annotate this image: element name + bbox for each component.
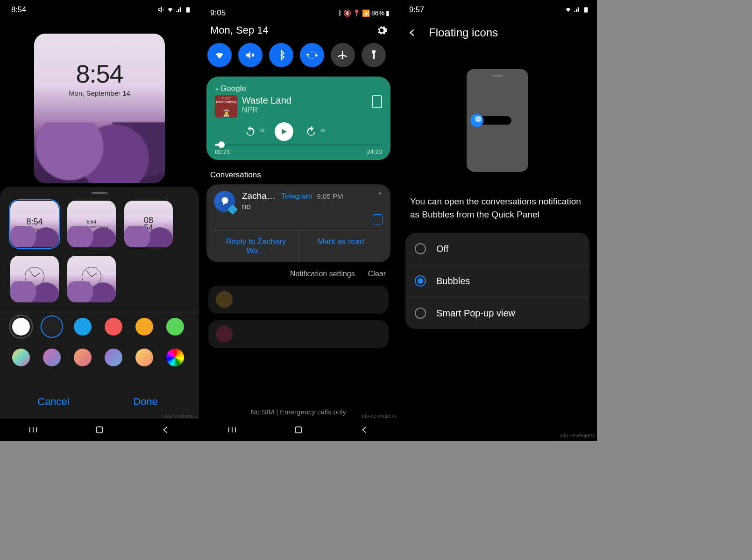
battery-icon bbox=[184, 6, 192, 13]
qs-bluetooth[interactable] bbox=[269, 43, 293, 67]
home-button[interactable] bbox=[94, 425, 105, 435]
media-artwork: n p r Planet Money 🧑‍🚀 bbox=[215, 95, 237, 118]
swatch-gradient-2[interactable] bbox=[43, 349, 61, 366]
clock-style-1[interactable]: 8:54 Mon, September 14 bbox=[10, 201, 59, 247]
swatch-gradient-3[interactable] bbox=[74, 349, 92, 366]
sheet-grabber[interactable] bbox=[91, 192, 108, 194]
mute-icon: 🔇 bbox=[343, 9, 351, 17]
lockscreen-preview: 8:54 Mon, September 14 bbox=[34, 34, 165, 183]
swatch-gradient-5[interactable] bbox=[135, 349, 153, 366]
forward-button[interactable] bbox=[304, 124, 319, 139]
color-swatches bbox=[7, 318, 192, 366]
location-icon: 📍 bbox=[353, 9, 361, 17]
svg-rect-2 bbox=[296, 427, 302, 433]
settings-icon[interactable] bbox=[376, 24, 388, 36]
status-time: 9:05 bbox=[210, 8, 226, 18]
status-icons: ᛒ 🔇 📍 📶 86% ▮ bbox=[338, 8, 390, 18]
convo-time: 9:05 PM bbox=[317, 192, 343, 200]
bubbles-illustration bbox=[467, 69, 528, 172]
play-button[interactable] bbox=[275, 122, 293, 141]
qs-flashlight[interactable] bbox=[362, 43, 386, 67]
media-artist: NPR bbox=[242, 106, 291, 114]
status-icons bbox=[158, 6, 192, 13]
home-button[interactable] bbox=[293, 425, 304, 435]
radio-icon bbox=[415, 243, 426, 254]
mark-read-button[interactable]: Mark as read bbox=[299, 231, 383, 262]
conversations-header: Conversations bbox=[199, 160, 398, 184]
page-title: Floating icons bbox=[429, 26, 498, 39]
watermark: xda-developers bbox=[162, 413, 197, 419]
status-icons bbox=[565, 6, 589, 13]
reply-button[interactable]: Reply to Zachary Wa… bbox=[214, 231, 299, 262]
convo-contact: Zacha… bbox=[242, 191, 276, 201]
battery-icon: ▮ bbox=[386, 9, 390, 17]
clear-button[interactable]: Clear bbox=[368, 270, 386, 278]
media-progress[interactable] bbox=[215, 144, 382, 146]
media-player-card: ✦ Google n p r Planet Money 🧑‍🚀 Waste La… bbox=[206, 77, 390, 160]
clock-style-2[interactable]: 8:54 Mon, September 14 bbox=[67, 201, 116, 247]
phone-notification-shade: 9:05 ᛒ 🔇 📍 📶 86% ▮ Mon, Sep 14 ✦ Google … bbox=[199, 0, 398, 441]
recents-button[interactable] bbox=[28, 425, 38, 435]
signal-icon bbox=[176, 6, 183, 13]
option-bubbles[interactable]: Bubbles bbox=[405, 265, 589, 297]
status-bar: 9:57 bbox=[398, 0, 597, 15]
swatch-blue[interactable] bbox=[74, 318, 92, 336]
dimmed-background bbox=[199, 286, 398, 348]
swatch-black[interactable] bbox=[43, 318, 61, 336]
bubble-icon[interactable] bbox=[373, 214, 383, 224]
clock-style-4[interactable]: Mon, September 14 bbox=[10, 256, 59, 302]
qs-airplane[interactable] bbox=[331, 43, 355, 67]
elapsed-time: 00:21 bbox=[215, 148, 230, 155]
notification-settings-link[interactable]: Notification settings bbox=[290, 270, 355, 278]
nav-bar bbox=[199, 419, 398, 441]
rewind-button[interactable] bbox=[243, 124, 258, 139]
bluetooth-icon: ᛒ bbox=[338, 9, 342, 17]
swatch-gradient-4[interactable] bbox=[105, 349, 122, 366]
clock-style-sheet: 8:54 Mon, September 14 8:54 Mon, Septemb… bbox=[0, 187, 199, 419]
qs-mute[interactable] bbox=[238, 43, 262, 67]
cast-icon[interactable] bbox=[372, 95, 382, 108]
cancel-button[interactable]: Cancel bbox=[7, 385, 99, 419]
option-off[interactable]: Off bbox=[405, 233, 589, 265]
wifi-icon: 📶 bbox=[362, 9, 370, 17]
clock-style-5[interactable]: Mon, September 14 bbox=[67, 256, 116, 302]
swatch-rainbow[interactable] bbox=[166, 349, 184, 366]
svg-rect-0 bbox=[186, 7, 190, 12]
qs-wifi[interactable] bbox=[207, 43, 232, 67]
watermark: xda-developers bbox=[361, 413, 396, 419]
clock-style-3[interactable]: 08 54 bbox=[124, 201, 173, 247]
radio-icon bbox=[415, 308, 426, 319]
swatch-red[interactable] bbox=[105, 318, 122, 336]
svg-rect-1 bbox=[97, 427, 103, 433]
shade-footer: Notification settings Clear bbox=[199, 262, 398, 286]
option-smart-popup[interactable]: Smart Pop-up view bbox=[405, 297, 589, 329]
wifi-icon bbox=[167, 6, 174, 13]
media-title: Waste Land bbox=[242, 95, 291, 106]
chevron-up-icon[interactable]: ⌃ bbox=[377, 191, 383, 200]
qs-autorotate[interactable] bbox=[300, 43, 324, 67]
signal-icon bbox=[574, 6, 581, 13]
mute-icon bbox=[158, 6, 165, 13]
page-header: Floating icons bbox=[398, 15, 597, 50]
swatch-white[interactable] bbox=[12, 318, 30, 336]
swatch-gradient-1[interactable] bbox=[12, 349, 30, 366]
swatch-orange[interactable] bbox=[135, 318, 153, 336]
status-time: 8:54 bbox=[11, 5, 26, 14]
phone-clock-style: 8:54 8:54 Mon, September 14 8:54 Mon, Se… bbox=[0, 0, 199, 441]
clock-style-thumbs: 8:54 Mon, September 14 8:54 Mon, Septemb… bbox=[7, 201, 192, 302]
page-description: You can open the conversations notificat… bbox=[398, 195, 597, 221]
convo-message: no bbox=[242, 202, 370, 211]
back-icon[interactable] bbox=[407, 28, 418, 38]
back-button[interactable] bbox=[360, 425, 370, 435]
battery-icon bbox=[582, 6, 589, 13]
swatch-green[interactable] bbox=[166, 318, 184, 336]
conversation-notification[interactable]: Zacha… Telegram 9:05 PM no ⌃ Reply to Za… bbox=[206, 184, 390, 262]
back-button[interactable] bbox=[161, 425, 171, 435]
status-bar: 8:54 bbox=[0, 0, 199, 15]
recents-button[interactable] bbox=[227, 425, 237, 435]
radio-icon bbox=[415, 275, 426, 287]
status-bar: 9:05 ᛒ 🔇 📍 📶 86% ▮ bbox=[199, 0, 398, 20]
nav-bar bbox=[0, 419, 199, 441]
media-source: Google bbox=[220, 84, 246, 93]
radio-group: Off Bubbles Smart Pop-up view bbox=[405, 233, 589, 329]
